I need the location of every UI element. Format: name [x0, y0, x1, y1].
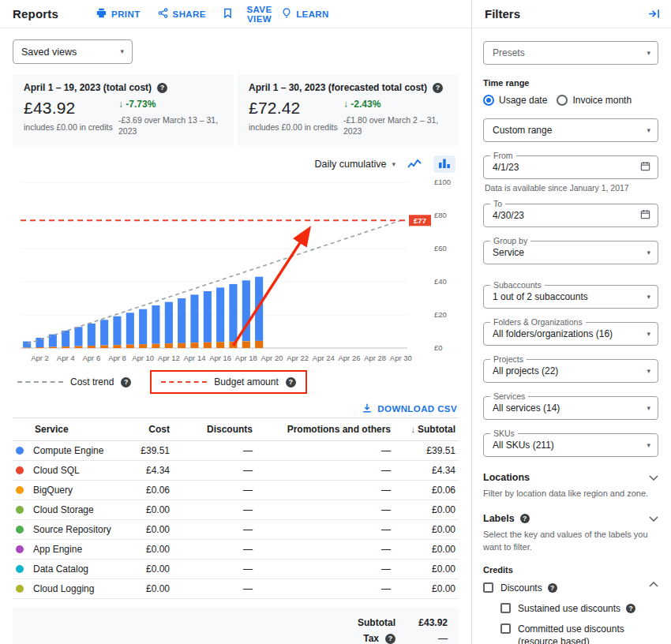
help-icon[interactable]: ? — [548, 583, 557, 593]
time-range-radios: Usage date Invoice month — [483, 95, 658, 106]
help-icon[interactable]: ? — [385, 634, 395, 644]
discounts-checkbox-row[interactable]: Discounts ? — [483, 582, 658, 594]
saved-views-select[interactable]: Saved views ▾ — [13, 39, 133, 64]
cost-chart[interactable]: £0£20£40£60£80£100£77Apr 2Apr 4Apr 6Apr … — [14, 174, 459, 369]
chart-mode-select[interactable]: Daily cumulative ▾ — [314, 159, 395, 170]
print-icon — [96, 8, 107, 20]
usage-date-radio[interactable]: Usage date — [483, 95, 547, 106]
table-row[interactable]: BigQuery£0.06——£0.06 — [13, 481, 459, 500]
totals-summary: Subtotal £43.92 Tax ? — Filtered total ?… — [13, 608, 459, 644]
labels-toggle[interactable]: Labels ? — [483, 511, 658, 529]
subaccounts-select[interactable]: Subaccounts 1 out of 2 subaccounts ▾ — [483, 285, 658, 309]
bookmark-icon — [223, 8, 232, 20]
invoice-month-radio[interactable]: Invoice month — [557, 95, 632, 106]
folders-select[interactable]: Folders & Organizations All folders/orga… — [483, 322, 658, 346]
checkbox-unchecked[interactable] — [500, 623, 511, 634]
chevron-down-icon — [649, 513, 658, 524]
credits-note: includes £0.00 in credits — [24, 122, 113, 132]
services-select[interactable]: Services All services (14) ▾ — [483, 396, 658, 420]
service-color-dot — [16, 545, 24, 553]
table-row[interactable]: Source Repository£0.00——£0.00 — [13, 520, 459, 540]
svg-text:£20: £20 — [434, 310, 447, 319]
svg-text:£100: £100 — [434, 178, 451, 186]
cost-summary-cards: April 1 – 19, 2023 (total cost) ? £43.92… — [13, 74, 459, 146]
table-row[interactable]: App Engine£0.00——£0.00 — [13, 540, 459, 560]
credits-label: Credits — [483, 565, 658, 575]
cost-trend-line-sample — [17, 381, 63, 383]
download-icon — [362, 403, 372, 414]
svg-text:Apr 12: Apr 12 — [158, 354, 180, 362]
subtotal-row: Subtotal £43.92 — [24, 615, 448, 631]
chevron-down-icon: ▾ — [647, 368, 650, 375]
download-csv-button[interactable]: DOWNLOAD CSV — [13, 403, 457, 414]
group-by-select[interactable]: Group by Service ▾ — [483, 241, 658, 264]
col-discounts[interactable]: Discounts — [173, 418, 256, 441]
svg-text:Apr 30: Apr 30 — [390, 354, 412, 362]
credits-note: includes £0.00 in credits — [249, 122, 338, 132]
chevron-up-icon[interactable] — [649, 582, 658, 587]
bar-chart-toggle[interactable] — [433, 155, 455, 173]
col-cost[interactable]: Cost — [116, 418, 173, 441]
presets-select[interactable]: Presets ▾ — [483, 41, 658, 65]
line-chart-icon — [407, 158, 422, 171]
calendar-icon[interactable] — [640, 161, 650, 174]
cost-trend-legend: Cost trend ? — [17, 376, 131, 388]
date-availability-note: Data is available since January 1, 2017 — [485, 183, 658, 193]
skus-select[interactable]: SKUs All SKUs (211) ▾ — [483, 433, 658, 457]
chevron-down-icon: ▾ — [392, 161, 395, 168]
svg-text:Apr 18: Apr 18 — [235, 354, 257, 362]
table-row[interactable]: Cloud Storage£0.00——£0.00 — [13, 500, 459, 520]
reports-header: Reports PRINT SHARE SAVE VIEW LEARN — [0, 0, 471, 28]
locations-toggle[interactable]: Locations — [483, 470, 658, 488]
chevron-down-icon: ▾ — [647, 294, 650, 301]
projects-select[interactable]: Projects All projects (22) ▾ — [483, 359, 658, 383]
help-icon[interactable]: ? — [157, 83, 167, 93]
svg-text:Apr 26: Apr 26 — [339, 354, 361, 362]
share-icon — [158, 8, 168, 20]
table-row[interactable]: Cloud SQL£4.34——£4.34 — [13, 461, 459, 481]
table-row[interactable]: Data Catalog£0.00——£0.00 — [13, 560, 459, 579]
cost-delta: ↓ -2.43% — [343, 99, 444, 110]
calendar-icon[interactable] — [640, 209, 650, 222]
table-row[interactable]: Cloud Logging£0.00——£0.00 — [13, 579, 459, 599]
checkbox-unchecked[interactable] — [500, 603, 511, 613]
col-service[interactable]: Service — [13, 418, 116, 441]
card-title: April 1 – 30, 2023 (forecasted total cos… — [249, 82, 427, 93]
locations-section: Locations Filter by location data like r… — [483, 470, 658, 500]
arrow-down-icon: ↓ — [343, 99, 348, 110]
save-view-button[interactable]: SAVE VIEW — [223, 5, 282, 24]
total-cost-amount: £43.92 — [24, 99, 113, 118]
line-chart-toggle[interactable] — [403, 155, 425, 173]
help-icon[interactable]: ? — [626, 604, 635, 613]
help-icon[interactable]: ? — [433, 83, 443, 93]
filters-title: Filters — [485, 7, 520, 21]
tax-value: — — [402, 633, 448, 644]
help-icon[interactable]: ? — [520, 514, 530, 523]
discount-option[interactable]: Sustained use discounts? — [500, 602, 658, 615]
table-row[interactable]: Compute Engine£39.51——£39.51 — [13, 441, 459, 461]
svg-text:Apr 20: Apr 20 — [261, 354, 283, 362]
share-button[interactable]: SHARE — [158, 8, 206, 20]
discount-option[interactable]: Committed use discounts (resource based) — [500, 623, 658, 644]
col-promotions[interactable]: Promotions and others — [256, 418, 394, 441]
learn-button[interactable]: LEARN — [282, 8, 459, 20]
print-button[interactable]: PRINT — [96, 8, 141, 20]
svg-text:Apr 28: Apr 28 — [364, 354, 386, 362]
col-subtotal[interactable]: ↓Subtotal — [394, 418, 459, 441]
budget-line-sample — [161, 381, 207, 383]
chevron-down-icon: ▾ — [120, 48, 124, 55]
collapse-panel-icon[interactable] — [648, 8, 660, 20]
help-icon[interactable]: ? — [121, 377, 131, 388]
to-date-field[interactable]: To 4/30/23 — [483, 204, 658, 227]
chevron-down-icon: ▾ — [647, 331, 650, 338]
range-type-select[interactable]: Custom range ▾ — [483, 118, 658, 142]
checkbox-unchecked[interactable] — [483, 582, 493, 593]
cost-chart-svg: £0£20£40£60£80£100£77Apr 2Apr 4Apr 6Apr … — [14, 174, 458, 369]
from-date-field[interactable]: From 4/1/23 — [483, 155, 658, 179]
table-header-row: Service Cost Discounts Promotions and ot… — [13, 418, 459, 441]
svg-text:Apr 22: Apr 22 — [287, 354, 309, 362]
chart-controls: Daily cumulative ▾ — [13, 155, 455, 173]
billing-reports-page: Reports PRINT SHARE SAVE VIEW LEARN Save… — [0, 0, 671, 644]
help-icon[interactable]: ? — [286, 377, 296, 388]
chevron-down-icon: ▾ — [647, 249, 650, 256]
